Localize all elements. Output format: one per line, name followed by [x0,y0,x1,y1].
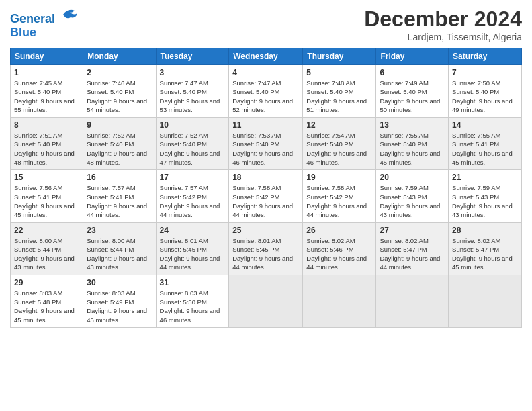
title-block: December 2024 Lardjem, Tissemsilt, Alger… [364,7,522,42]
day-info: Sunrise: 8:01 AMSunset: 5:45 PMDaylight:… [232,237,293,271]
header-saturday: Saturday [449,48,522,65]
day-number: 12 [306,120,372,130]
day-number: 23 [87,226,152,235]
day-number: 1 [14,68,79,77]
day-number: 31 [160,278,226,287]
day-info: Sunrise: 8:00 AMSunset: 5:44 PMDaylight:… [14,237,75,271]
day-info: Sunrise: 7:47 AMSunset: 5:40 PMDaylight:… [160,79,220,113]
day-info: Sunrise: 8:02 AMSunset: 5:47 PMDaylight:… [380,237,440,271]
table-row: 5 Sunrise: 7:48 AMSunset: 5:40 PMDayligh… [303,65,376,118]
day-number: 9 [87,120,152,130]
day-info: Sunrise: 7:49 AMSunset: 5:40 PMDaylight:… [380,79,440,113]
day-number: 7 [452,68,518,77]
table-row [376,275,449,327]
month-title: December 2024 [364,7,522,32]
calendar-header-row: Sunday Monday Tuesday Wednesday Thursday… [11,48,522,65]
day-number: 3 [160,68,226,77]
table-row [303,275,376,327]
header-monday: Monday [83,48,156,65]
day-info: Sunrise: 8:01 AMSunset: 5:45 PMDaylight:… [160,237,220,271]
table-row: 16 Sunrise: 7:57 AMSunset: 5:41 PMDaylig… [83,170,156,222]
day-info: Sunrise: 7:48 AMSunset: 5:40 PMDaylight:… [306,79,367,113]
table-row: 13 Sunrise: 7:55 AMSunset: 5:40 PMDaylig… [376,118,449,170]
table-row: 28 Sunrise: 8:02 AMSunset: 5:47 PMDaylig… [449,222,522,275]
day-number: 5 [306,68,372,77]
header-tuesday: Tuesday [156,48,229,65]
calendar-week-3: 15 Sunrise: 7:56 AMSunset: 5:41 PMDaylig… [11,170,522,222]
calendar-week-2: 8 Sunrise: 7:51 AMSunset: 5:40 PMDayligh… [11,118,522,170]
table-row: 19 Sunrise: 7:58 AMSunset: 5:42 PMDaylig… [303,170,376,222]
day-number: 20 [380,173,445,182]
day-info: Sunrise: 7:57 AMSunset: 5:42 PMDaylight:… [160,184,220,218]
day-number: 6 [380,68,445,77]
day-number: 27 [380,226,445,235]
day-number: 22 [14,226,79,235]
day-info: Sunrise: 7:58 AMSunset: 5:42 PMDaylight:… [232,184,293,218]
day-info: Sunrise: 7:53 AMSunset: 5:40 PMDaylight:… [232,132,293,166]
table-row: 17 Sunrise: 7:57 AMSunset: 5:42 PMDaylig… [156,170,229,222]
day-info: Sunrise: 7:55 AMSunset: 5:40 PMDaylight:… [380,132,440,166]
table-row: 29 Sunrise: 8:03 AMSunset: 5:48 PMDaylig… [11,275,83,327]
calendar-week-5: 29 Sunrise: 8:03 AMSunset: 5:48 PMDaylig… [11,275,522,327]
day-number: 18 [232,173,299,182]
day-number: 24 [160,226,226,235]
table-row: 23 Sunrise: 8:00 AMSunset: 5:44 PMDaylig… [83,222,156,275]
day-info: Sunrise: 7:58 AMSunset: 5:42 PMDaylight:… [306,184,367,218]
day-number: 16 [87,173,152,182]
day-info: Sunrise: 7:46 AMSunset: 5:40 PMDaylight:… [87,79,147,113]
day-info: Sunrise: 8:03 AMSunset: 5:48 PMDaylight:… [14,289,75,324]
day-number: 13 [380,120,445,130]
day-info: Sunrise: 7:59 AMSunset: 5:43 PMDaylight:… [380,184,440,218]
day-info: Sunrise: 7:45 AMSunset: 5:40 PMDaylight:… [14,79,75,113]
table-row: 20 Sunrise: 7:59 AMSunset: 5:43 PMDaylig… [376,170,449,222]
day-number: 11 [232,120,299,130]
day-number: 25 [232,226,299,235]
table-row: 24 Sunrise: 8:01 AMSunset: 5:45 PMDaylig… [156,222,229,275]
table-row [449,275,522,327]
table-row: 18 Sunrise: 7:58 AMSunset: 5:42 PMDaylig… [229,170,303,222]
header-sunday: Sunday [11,48,83,65]
day-info: Sunrise: 8:02 AMSunset: 5:47 PMDaylight:… [452,237,513,271]
calendar-week-4: 22 Sunrise: 8:00 AMSunset: 5:44 PMDaylig… [11,222,522,275]
table-row: 2 Sunrise: 7:46 AMSunset: 5:40 PMDayligh… [83,65,156,118]
day-number: 21 [452,173,518,182]
table-row: 6 Sunrise: 7:49 AMSunset: 5:40 PMDayligh… [376,65,449,118]
day-number: 10 [160,120,226,130]
table-row: 10 Sunrise: 7:52 AMSunset: 5:40 PMDaylig… [156,118,229,170]
day-number: 26 [306,226,372,235]
page-container: General Blue December 2024 Lardjem, Tiss… [0,0,532,334]
day-info: Sunrise: 8:03 AMSunset: 5:49 PMDaylight:… [87,289,147,324]
day-info: Sunrise: 7:47 AMSunset: 5:40 PMDaylight:… [232,79,293,113]
logo-general: General [10,12,55,26]
table-row: 4 Sunrise: 7:47 AMSunset: 5:40 PMDayligh… [229,65,303,118]
day-number: 17 [160,173,226,182]
calendar-week-1: 1 Sunrise: 7:45 AMSunset: 5:40 PMDayligh… [11,65,522,118]
day-info: Sunrise: 8:02 AMSunset: 5:46 PMDaylight:… [306,237,367,271]
logo-text: General [10,7,80,26]
logo-bird-icon [60,7,80,23]
logo: General Blue [10,7,80,40]
table-row: 8 Sunrise: 7:51 AMSunset: 5:40 PMDayligh… [11,118,83,170]
day-number: 2 [87,68,152,77]
header-thursday: Thursday [303,48,376,65]
day-info: Sunrise: 7:52 AMSunset: 5:40 PMDaylight:… [87,132,147,166]
table-row: 11 Sunrise: 7:53 AMSunset: 5:40 PMDaylig… [229,118,303,170]
header-wednesday: Wednesday [229,48,303,65]
day-info: Sunrise: 8:00 AMSunset: 5:44 PMDaylight:… [87,237,147,271]
location-subtitle: Lardjem, Tissemsilt, Algeria [364,32,522,42]
table-row: 30 Sunrise: 8:03 AMSunset: 5:49 PMDaylig… [83,275,156,327]
header-friday: Friday [376,48,449,65]
table-row: 21 Sunrise: 7:59 AMSunset: 5:43 PMDaylig… [449,170,522,222]
day-number: 15 [14,173,79,182]
table-row: 9 Sunrise: 7:52 AMSunset: 5:40 PMDayligh… [83,118,156,170]
logo-blue: Blue [10,26,80,40]
day-number: 28 [452,226,518,235]
table-row: 1 Sunrise: 7:45 AMSunset: 5:40 PMDayligh… [11,65,83,118]
table-row: 14 Sunrise: 7:55 AMSunset: 5:41 PMDaylig… [449,118,522,170]
calendar-table: Sunday Monday Tuesday Wednesday Thursday… [10,48,522,328]
day-info: Sunrise: 7:50 AMSunset: 5:40 PMDaylight:… [452,79,513,113]
table-row: 3 Sunrise: 7:47 AMSunset: 5:40 PMDayligh… [156,65,229,118]
day-number: 30 [87,278,152,287]
day-number: 19 [306,173,372,182]
day-info: Sunrise: 7:56 AMSunset: 5:41 PMDaylight:… [14,184,75,218]
